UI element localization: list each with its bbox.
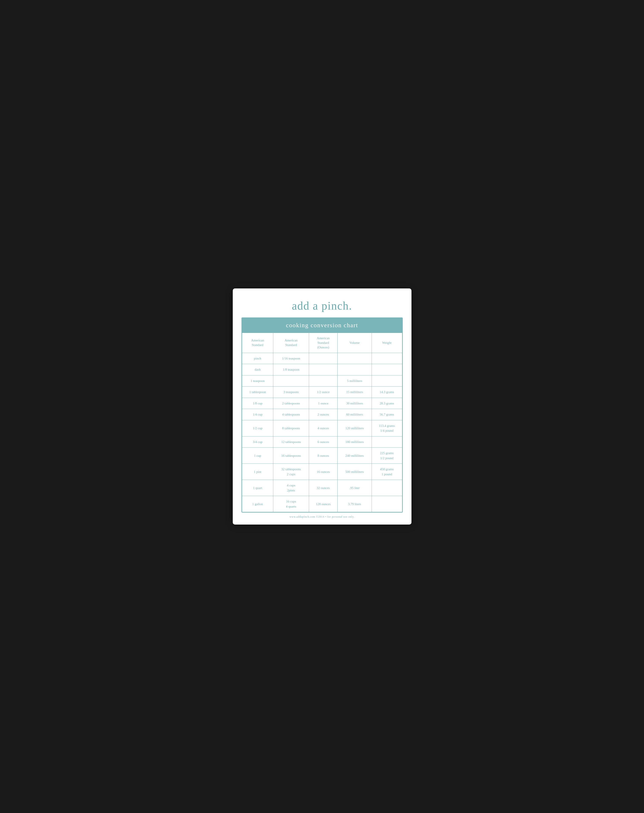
table-row: pinch1/16 teaspoon	[242, 353, 402, 364]
table-cell-0-3	[337, 353, 371, 364]
table-row: 3/4 cup12 tablespoons6 ounces180 millili…	[242, 436, 402, 448]
table-cell-2-3: 5 milliliters	[337, 375, 371, 387]
table-cell-11-3: 3.79 liters	[337, 496, 371, 512]
header-col-5: Weight	[371, 333, 402, 353]
table-cell-7-3: 180 milliliters	[337, 436, 371, 448]
chart-container: cooking conversion chart AmericanStandar…	[241, 318, 403, 513]
table-row: 1 tablespoon3 teaspoons1/2 ounce15 milli…	[242, 387, 402, 398]
table-row: 1 gallon16 cups4 quarts128 ounces3.79 li…	[242, 496, 402, 512]
table-cell-1-3	[337, 364, 371, 376]
table-cell-2-0: 1 teaspoon	[242, 375, 273, 387]
table-cell-0-2	[309, 353, 337, 364]
table-cell-4-4: 28.3 grams	[371, 398, 402, 409]
table-cell-7-2: 6 ounces	[309, 436, 337, 448]
table-cell-8-3: 240 milliliters	[337, 448, 371, 464]
table-row: 1/8 cup2 tablespoons1 ounce30 milliliter…	[242, 398, 402, 409]
table-cell-6-4: 113.4 grams1/4 pound	[371, 420, 402, 436]
page: add a pinch. cooking conversion chart Am…	[233, 288, 411, 525]
table-row: 1/4 cup4 tablespoons2 ounces60 millilite…	[242, 409, 402, 420]
table-cell-5-4: 56.7 grams	[371, 409, 402, 420]
table-cell-4-3: 30 milliliters	[337, 398, 371, 409]
table-cell-5-1: 4 tablespoons	[273, 409, 309, 420]
table-cell-0-1: 1/16 teaspoon	[273, 353, 309, 364]
table-cell-1-4	[371, 364, 402, 376]
table-cell-6-0: 1/2 cup	[242, 420, 273, 436]
table-cell-3-4: 14.3 grams	[371, 387, 402, 398]
table-cell-2-2	[309, 375, 337, 387]
table-body: pinch1/16 teaspoondash1/8 teaspoon1 teas…	[242, 353, 402, 512]
table-cell-6-1: 8 tablespoons	[273, 420, 309, 436]
table-cell-9-2: 16 ounces	[309, 464, 337, 480]
table-row: 1 pint32 tablespoons2 cups16 ounces500 m…	[242, 464, 402, 480]
table-cell-11-0: 1 gallon	[242, 496, 273, 512]
table-cell-4-2: 1 ounce	[309, 398, 337, 409]
table-cell-4-1: 2 tablespoons	[273, 398, 309, 409]
table-row: 1 quart4 cups2pints32 ounces.95 liter	[242, 480, 402, 496]
table-cell-10-0: 1 quart	[242, 480, 273, 496]
table-cell-0-0: pinch	[242, 353, 273, 364]
table-cell-5-3: 60 milliliters	[337, 409, 371, 420]
table-cell-1-0: dash	[242, 364, 273, 376]
table-cell-2-1	[273, 375, 309, 387]
table-cell-8-0: 1 cup	[242, 448, 273, 464]
table-cell-0-4	[371, 353, 402, 364]
header-col-1: AmericanStandard	[242, 333, 273, 353]
table-row: 1 teaspoon5 milliliters	[242, 375, 402, 387]
table-cell-8-4: 225 grams1/2 pound	[371, 448, 402, 464]
table-cell-1-1: 1/8 teaspoon	[273, 364, 309, 376]
table-cell-8-2: 8 ounces	[309, 448, 337, 464]
table-cell-2-4	[371, 375, 402, 387]
table-cell-9-4: 450 grams1 pound	[371, 464, 402, 480]
logo-section: add a pinch.	[241, 295, 403, 318]
table-cell-11-4	[371, 496, 402, 512]
logo-text: add a pinch.	[292, 299, 352, 312]
header-col-3: AmericanStandard(Ounces)	[309, 333, 337, 353]
table-cell-10-4	[371, 480, 402, 496]
chart-title: cooking conversion chart	[242, 318, 402, 333]
header-col-2: AmericanStandard	[273, 333, 309, 353]
table-cell-11-2: 128 ounces	[309, 496, 337, 512]
table-cell-9-0: 1 pint	[242, 464, 273, 480]
table-cell-10-1: 4 cups2pints	[273, 480, 309, 496]
table-cell-6-2: 4 ounces	[309, 420, 337, 436]
table-row: dash1/8 teaspoon	[242, 364, 402, 376]
table-cell-8-1: 16 tablespoons	[273, 448, 309, 464]
table-cell-3-1: 3 teaspoons	[273, 387, 309, 398]
table-cell-10-2: 32 ounces	[309, 480, 337, 496]
table-cell-3-3: 15 milliliters	[337, 387, 371, 398]
table-row: 1 cup16 tablespoons8 ounces240 millilite…	[242, 448, 402, 464]
table-cell-4-0: 1/8 cup	[242, 398, 273, 409]
table-cell-3-0: 1 tablespoon	[242, 387, 273, 398]
table-cell-5-0: 1/4 cup	[242, 409, 273, 420]
conversion-table: AmericanStandard AmericanStandard Americ…	[242, 333, 402, 512]
table-cell-11-1: 16 cups4 quarts	[273, 496, 309, 512]
table-cell-5-2: 2 ounces	[309, 409, 337, 420]
table-cell-1-2	[309, 364, 337, 376]
table-cell-10-3: .95 liter	[337, 480, 371, 496]
header-col-4: Volume	[337, 333, 371, 353]
table-cell-3-2: 1/2 ounce	[309, 387, 337, 398]
table-cell-7-4	[371, 436, 402, 448]
table-cell-7-0: 3/4 cup	[242, 436, 273, 448]
table-cell-9-3: 500 milliliters	[337, 464, 371, 480]
table-header-row: AmericanStandard AmericanStandard Americ…	[242, 333, 402, 353]
table-row: 1/2 cup8 tablespoons4 ounces120 millilit…	[242, 420, 402, 436]
footer: www.addapinch.com ©2014 • for personal u…	[241, 512, 403, 519]
table-cell-9-1: 32 tablespoons2 cups	[273, 464, 309, 480]
table-cell-7-1: 12 tablespoons	[273, 436, 309, 448]
table-cell-6-3: 120 milliliters	[337, 420, 371, 436]
